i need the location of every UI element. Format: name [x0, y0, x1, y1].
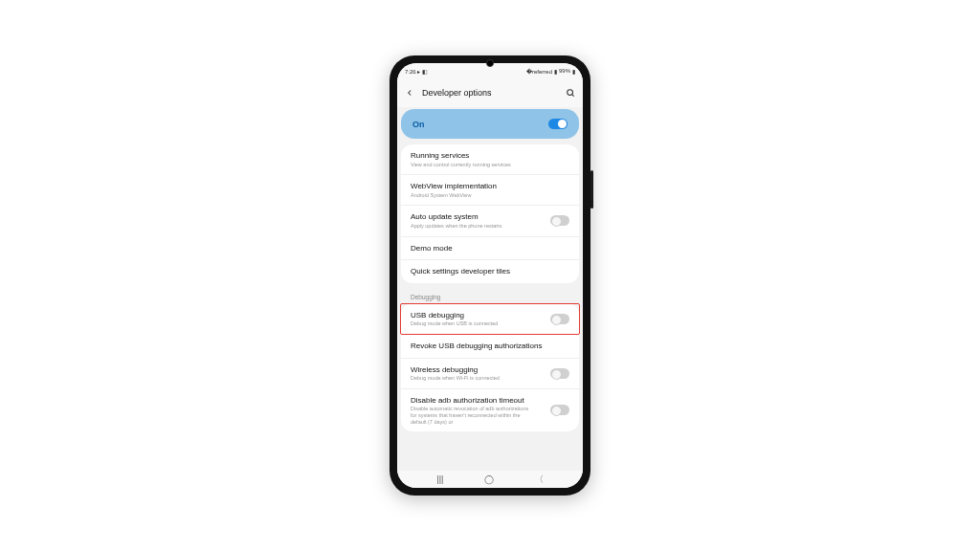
phone-frame: 7:26 ▸ ◧ �referred ▮ 99% ▮ Developer opt…	[390, 55, 590, 496]
section-header-debugging: Debugging	[401, 289, 579, 303]
row-webview[interactable]: WebView implementation Android System We…	[401, 175, 579, 206]
row-sub: Apply updates when the phone restarts	[411, 223, 501, 230]
row-sub: Disable automatic revocation of adb auth…	[411, 406, 535, 425]
svg-line-1	[572, 95, 574, 97]
row-sub: Android System WebView	[411, 192, 497, 199]
row-title: WebView implementation	[411, 182, 497, 191]
master-toggle-label: On	[412, 120, 425, 129]
row-disable-adb-timeout[interactable]: Disable adb authorization timeout Disabl…	[401, 389, 579, 431]
wifi-icon: �referred	[526, 68, 552, 75]
row-sub: View and control currently running servi…	[411, 162, 511, 168]
status-right: �referred ▮ 99% ▮	[526, 68, 575, 75]
adb-timeout-toggle[interactable]	[550, 405, 569, 415]
navigation-bar: ||| ◯ 〈	[397, 471, 583, 488]
nav-back-icon[interactable]: 〈	[535, 474, 544, 486]
row-title: Auto update system	[411, 212, 501, 222]
settings-group-general: Running services View and control curren…	[401, 144, 579, 283]
signal-icon: ▮	[554, 68, 557, 75]
search-icon[interactable]	[566, 84, 575, 101]
settings-group-debugging: USB debugging Debug mode when USB is con…	[401, 303, 579, 431]
screen: 7:26 ▸ ◧ �referred ▮ 99% ▮ Developer opt…	[397, 63, 583, 488]
row-title: Quick settings developer tiles	[411, 267, 510, 276]
nav-recents-icon[interactable]: |||	[436, 474, 443, 484]
nav-home-icon[interactable]: ◯	[484, 474, 494, 484]
row-title: Wireless debugging	[411, 365, 500, 375]
battery-icon: ▮	[572, 68, 575, 75]
settings-list[interactable]: Running services View and control curren…	[397, 144, 583, 471]
status-icons-left: ▸ ◧	[417, 69, 428, 75]
row-title: Revoke USB debugging authorizations	[411, 342, 542, 351]
status-left: 7:26 ▸ ◧	[405, 68, 428, 75]
usb-debugging-toggle[interactable]	[550, 314, 569, 324]
battery-text: 99%	[559, 68, 570, 74]
page-title: Developer options	[422, 88, 558, 98]
row-quick-settings-tiles[interactable]: Quick settings developer tiles	[401, 260, 579, 283]
svg-point-0	[568, 90, 573, 96]
row-title: Running services	[411, 151, 511, 161]
row-title: Disable adb authorization timeout	[411, 396, 535, 406]
row-demo-mode[interactable]: Demo mode	[401, 237, 579, 261]
app-header: Developer options	[397, 78, 583, 107]
master-toggle-banner[interactable]: On	[401, 109, 579, 139]
row-auto-update[interactable]: Auto update system Apply updates when th…	[401, 206, 579, 236]
back-icon[interactable]	[405, 84, 414, 101]
row-sub: Debug mode when Wi-Fi is connected	[411, 375, 500, 382]
master-toggle-switch[interactable]	[548, 119, 568, 129]
auto-update-toggle[interactable]	[550, 215, 569, 226]
row-usb-debugging[interactable]: USB debugging Debug mode when USB is con…	[400, 303, 580, 335]
row-title: Demo mode	[411, 244, 453, 253]
row-sub: Debug mode when USB is connected	[411, 320, 498, 327]
wireless-debugging-toggle[interactable]	[550, 368, 569, 379]
status-time: 7:26	[405, 69, 416, 75]
row-wireless-debugging[interactable]: Wireless debugging Debug mode when Wi-Fi…	[401, 359, 579, 389]
row-title: USB debugging	[411, 311, 498, 320]
front-camera	[486, 59, 494, 67]
row-running-services[interactable]: Running services View and control curren…	[401, 144, 579, 175]
row-revoke-usb[interactable]: Revoke USB debugging authorizations	[401, 335, 579, 359]
